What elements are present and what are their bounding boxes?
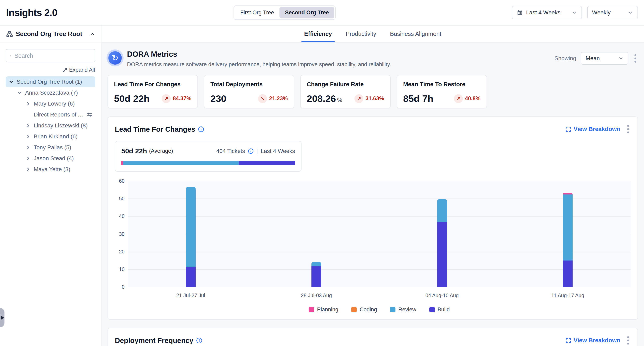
org-toggle-first-org-tree[interactable]: First Org Tree bbox=[235, 7, 280, 18]
tree-item-label: Direct Reports of A... bbox=[34, 111, 84, 118]
tab-efficiency[interactable]: Efficiency bbox=[303, 25, 333, 42]
expand-corners-icon bbox=[566, 338, 571, 343]
stacked-bar[interactable] bbox=[312, 181, 321, 287]
chart-legend: PlanningCodingReviewBuild bbox=[128, 307, 630, 313]
tab-productivity[interactable]: Productivity bbox=[344, 25, 378, 42]
info-icon[interactable] bbox=[196, 338, 202, 344]
x-axis-label: 21 Jul-27 Jul bbox=[128, 293, 254, 298]
chart-bar-column bbox=[379, 181, 505, 287]
chevron-down-icon bbox=[8, 79, 14, 84]
bar-segment-build bbox=[312, 266, 321, 287]
sidebar-header: Second Org Tree Root bbox=[0, 25, 101, 43]
lead-time-title: Lead Time For Changes bbox=[115, 125, 195, 133]
tree-item[interactable]: Mary Lowery (6) bbox=[6, 98, 95, 109]
gridline bbox=[128, 287, 630, 287]
summary-period: Last 4 Weeks bbox=[261, 148, 295, 154]
chart-bar-column bbox=[128, 181, 254, 287]
bar-segment-planning bbox=[563, 193, 572, 194]
lead-time-summary: 50d 22h (Average) 404 Tickets | Last 4 W… bbox=[115, 141, 302, 172]
time-range-select[interactable]: Last 4 Weeks bbox=[512, 6, 582, 19]
deployment-kebab-menu[interactable] bbox=[626, 335, 630, 346]
legend-swatch bbox=[351, 307, 357, 312]
header-controls: Last 4 Weeks Weekly bbox=[512, 6, 638, 19]
legend-item-review: Review bbox=[390, 307, 416, 313]
dora-description: DORA metrics measure software delivery p… bbox=[127, 61, 554, 68]
org-tree: Second Org Tree Root (1)Anna Scozzafava … bbox=[0, 76, 101, 175]
tree-item[interactable]: Second Org Tree Root (1) bbox=[6, 76, 95, 87]
sidebar: Second Org Tree Root Expand All Second O… bbox=[0, 25, 102, 346]
metric-card: Total Deployments230↘21.23% bbox=[204, 75, 294, 108]
expand-all-icon bbox=[62, 67, 67, 73]
chevron-right-icon bbox=[26, 167, 31, 172]
trend-badge: ↗40.8% bbox=[454, 94, 480, 103]
time-range-value: Last 4 Weeks bbox=[526, 9, 568, 16]
expand-all-label: Expand All bbox=[69, 67, 95, 73]
sidebar-resize-handle[interactable] bbox=[0, 308, 4, 327]
trend-delta: 31.63% bbox=[366, 95, 384, 102]
page-title: Insights 2.0 bbox=[6, 7, 57, 18]
tree-item[interactable]: Maya Yette (3) bbox=[6, 164, 95, 175]
stacked-bar[interactable] bbox=[186, 181, 196, 287]
metric-card-label: Change Failure Rate bbox=[307, 81, 384, 88]
search-input[interactable] bbox=[14, 52, 91, 59]
y-axis-tick: 10 bbox=[115, 266, 124, 272]
granularity-select[interactable]: Weekly bbox=[587, 6, 638, 19]
bar-segment-review bbox=[563, 194, 572, 261]
view-breakdown-button[interactable]: View Breakdown bbox=[566, 126, 620, 133]
chevron-down-icon bbox=[628, 10, 633, 15]
chart-plot-area: 0102030405060 bbox=[128, 181, 630, 287]
bar-segment-build bbox=[437, 222, 447, 287]
trend-up-icon: ↗ bbox=[162, 94, 171, 103]
app-header: Insights 2.0 First Org TreeSecond Org Tr… bbox=[0, 0, 644, 25]
main-tabs: EfficiencyProductivityBusiness Alignment bbox=[102, 25, 644, 43]
metric-cards: Lead Time For Changes50d 22h↗84.37%Total… bbox=[108, 75, 638, 108]
insights-app: Insights 2.0 First Org TreeSecond Org Tr… bbox=[0, 0, 644, 346]
bar-segment-review bbox=[437, 199, 447, 222]
stacked-bar[interactable] bbox=[563, 181, 572, 287]
aggregation-value: Mean bbox=[586, 55, 615, 62]
info-icon[interactable] bbox=[198, 126, 204, 132]
tab-business-alignment[interactable]: Business Alignment bbox=[389, 25, 442, 42]
phase-segment-build bbox=[238, 161, 295, 165]
search-box bbox=[6, 49, 95, 62]
chevron-right-icon bbox=[26, 134, 31, 139]
tree-item[interactable]: Brian Kirkland (6) bbox=[6, 131, 95, 142]
sidebar-collapse-button[interactable] bbox=[90, 31, 95, 37]
dora-cycle-icon: ↻ bbox=[108, 51, 122, 65]
lead-time-panel: Lead Time For Changes View Breakdown bbox=[108, 117, 638, 320]
stacked-bar[interactable] bbox=[437, 181, 447, 287]
aggregation-select[interactable]: Mean bbox=[581, 52, 628, 65]
lead-time-chart: 0102030405060 21 Jul-27 Jul28 Jul-03 Aug… bbox=[115, 181, 630, 313]
view-breakdown-label: View Breakdown bbox=[574, 337, 620, 344]
metric-card-label: Mean Time To Restore bbox=[403, 81, 480, 88]
legend-item-planning: Planning bbox=[308, 307, 338, 313]
org-toggle-second-org-tree[interactable]: Second Org Tree bbox=[280, 7, 334, 18]
meta-divider: | bbox=[256, 148, 258, 154]
tree-item[interactable]: Tony Pallas (5) bbox=[6, 142, 95, 153]
y-axis-tick: 30 bbox=[115, 231, 124, 237]
sidebar-title: Second Org Tree Root bbox=[16, 30, 87, 38]
legend-swatch bbox=[390, 307, 396, 312]
trend-up-icon: ↗ bbox=[354, 94, 364, 103]
calendar-icon bbox=[517, 9, 523, 15]
chevron-down-icon bbox=[618, 56, 624, 61]
view-breakdown-button[interactable]: View Breakdown bbox=[566, 337, 620, 344]
dora-title: DORA Metrics bbox=[127, 50, 554, 59]
tree-item[interactable]: Direct Reports of A... bbox=[6, 109, 95, 120]
info-icon[interactable] bbox=[248, 148, 254, 154]
y-axis-tick: 60 bbox=[115, 178, 124, 184]
tree-item[interactable]: Jason Stead (4) bbox=[6, 153, 95, 164]
metric-card-valuerow: 208.26%↗31.63% bbox=[307, 93, 384, 104]
lead-time-titlerow: Lead Time For Changes View Breakdown bbox=[115, 123, 630, 135]
tree-item[interactable]: Lindsay Liszewski (8) bbox=[6, 120, 95, 131]
deployment-panel: Deployment Frequency View Breakdown bbox=[108, 328, 638, 346]
dora-kebab-menu[interactable] bbox=[633, 53, 638, 64]
filter-icon[interactable] bbox=[86, 112, 92, 118]
y-axis-tick: 0 bbox=[115, 284, 124, 290]
y-axis-tick: 20 bbox=[115, 249, 124, 254]
legend-swatch bbox=[308, 307, 314, 312]
expand-all-button[interactable]: Expand All bbox=[0, 67, 95, 73]
tree-item[interactable]: Anna Scozzafava (7) bbox=[6, 87, 95, 98]
metric-card-label: Lead Time For Changes bbox=[114, 81, 191, 88]
lead-time-kebab-menu[interactable] bbox=[626, 123, 630, 135]
